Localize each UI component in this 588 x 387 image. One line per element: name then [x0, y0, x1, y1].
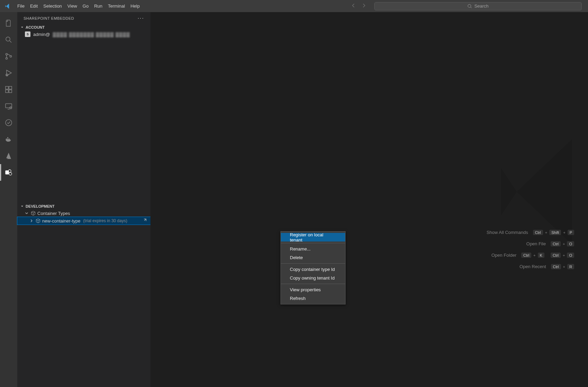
run-debug-icon[interactable] [0, 65, 17, 81]
svg-point-1 [6, 37, 10, 41]
sidebar-title: SHAREPOINT EMBEDDED [24, 16, 74, 20]
container-type-name: new-container-type [42, 218, 81, 224]
files-icon[interactable] [0, 15, 17, 31]
cube-icon [35, 218, 41, 224]
chevron-down-icon [20, 204, 24, 208]
chevron-down-icon [20, 25, 24, 29]
shortcut-row: Show All Commands Ctrl+ Shift+ P [487, 230, 574, 236]
nav-forward-icon[interactable] [361, 3, 367, 9]
shortcut-row: Open File Ctrl+ O [487, 241, 574, 247]
shortcut-label: Open Recent [520, 264, 546, 270]
chevron-right-icon [29, 218, 34, 223]
menu-terminal[interactable]: Terminal [105, 2, 128, 10]
sidebar-more-icon[interactable]: ··· [138, 15, 144, 21]
cm-copy-owning-tenant-id[interactable]: Copy owning tenant Id [281, 274, 345, 282]
chevron-down-icon [24, 211, 29, 216]
container-types-node[interactable]: Container Types [17, 209, 150, 217]
shortcut-row: Open Recent Ctrl+ R [487, 264, 574, 270]
container-type-note: (trial expires in 30 days) [83, 218, 127, 223]
sidebar: SHAREPOINT EMBEDDED ··· ACCOUNT S admin@… [17, 12, 150, 387]
menu-help[interactable]: Help [128, 2, 143, 10]
search-icon[interactable] [0, 31, 17, 48]
development-section-header[interactable]: DEVELOPMENT [17, 203, 150, 209]
menu-file[interactable]: File [15, 2, 27, 10]
context-menu: Register on local tenant Rename... Delet… [281, 231, 346, 304]
shortcut-label: Open Folder [491, 253, 516, 258]
editor-area: Show All Commands Ctrl+ Shift+ P Open Fi… [150, 12, 588, 387]
svg-rect-16 [7, 137, 8, 138]
activity-bar [0, 12, 17, 387]
key-chord: Ctrl+ R [551, 264, 575, 270]
sidebar-title-row: SHAREPOINT EMBEDDED ··· [17, 12, 150, 24]
extensions-icon[interactable] [0, 81, 17, 98]
key-chord: Ctrl+ Shift+ P [533, 230, 574, 235]
azure-icon[interactable] [0, 148, 17, 164]
menu-run[interactable]: Run [91, 2, 105, 10]
svg-point-4 [10, 56, 12, 57]
svg-point-3 [6, 58, 8, 59]
account-header-text: ACCOUNT [26, 25, 45, 29]
sharepoint-icon[interactable] [0, 164, 17, 181]
nav-back-icon[interactable] [351, 3, 356, 9]
remote-icon[interactable] [0, 98, 17, 114]
cm-delete[interactable]: Delete [281, 253, 345, 262]
nav-arrows [351, 3, 367, 9]
cm-register-local-tenant[interactable]: Register on local tenant [281, 233, 345, 242]
shortcut-label: Open File [526, 241, 546, 247]
svg-rect-9 [9, 86, 12, 89]
cm-copy-container-type-id[interactable]: Copy container type Id [281, 265, 345, 274]
key-chord: Ctrl+ O [551, 241, 574, 247]
svg-point-19 [9, 172, 12, 175]
svg-point-2 [6, 54, 8, 55]
command-center-search[interactable]: Search [374, 2, 582, 10]
svg-rect-13 [6, 139, 7, 140]
context-menu-separator [281, 263, 345, 264]
menubar: File Edit Selection View Go Run Terminal… [15, 2, 143, 10]
cube-icon [30, 210, 36, 216]
svg-point-12 [6, 120, 12, 126]
source-control-icon[interactable] [0, 48, 17, 65]
search-placeholder: Search [474, 3, 488, 9]
vscode-logo-icon [4, 3, 11, 10]
sharepoint-badge-icon: S [25, 31, 30, 37]
svg-point-0 [468, 4, 471, 7]
titlebar: File Edit Selection View Go Run Terminal… [0, 0, 588, 12]
shortcut-row: Open Folder Ctrl+ K Ctrl+ O [487, 253, 574, 258]
testing-icon[interactable] [0, 114, 17, 131]
account-entry[interactable]: S admin@ ▓▓▓▓ ▓▓▓▓▓▓▓ ▓▓▓▓▓ ▓▓▓▓ [17, 30, 150, 38]
development-header-text: DEVELOPMENT [26, 204, 55, 208]
welcome-shortcuts: Show All Commands Ctrl+ Shift+ P Open Fi… [487, 230, 574, 270]
svg-rect-10 [6, 104, 12, 108]
svg-rect-6 [6, 86, 8, 89]
svg-rect-7 [6, 90, 8, 93]
account-email-prefix: admin@ [33, 32, 50, 37]
context-menu-separator [281, 284, 345, 284]
menu-go[interactable]: Go [80, 2, 91, 10]
shortcut-label: Show All Commands [487, 230, 528, 236]
account-section-header[interactable]: ACCOUNT [17, 24, 150, 30]
key-chord: Ctrl+ K Ctrl+ O [521, 253, 574, 258]
context-menu-separator [281, 243, 345, 243]
cm-view-properties[interactable]: View properties [281, 285, 345, 294]
menu-edit[interactable]: Edit [27, 2, 40, 10]
menu-view[interactable]: View [65, 2, 80, 10]
menu-selection[interactable]: Selection [40, 2, 64, 10]
search-icon [467, 4, 472, 9]
cm-rename[interactable]: Rename... [281, 245, 345, 253]
cm-refresh[interactable]: Refresh [281, 294, 345, 303]
svg-rect-15 [9, 139, 10, 140]
svg-rect-14 [7, 139, 8, 140]
svg-rect-8 [9, 90, 12, 93]
docker-icon[interactable] [0, 131, 17, 148]
main: SHAREPOINT EMBEDDED ··· ACCOUNT S admin@… [0, 12, 588, 387]
container-types-label: Container Types [37, 211, 70, 216]
container-type-item[interactable]: new-container-type (trial expires in 30 … [17, 217, 150, 225]
goto-icon[interactable] [142, 218, 147, 224]
account-email-redacted: ▓▓▓▓ ▓▓▓▓▓▓▓ ▓▓▓▓▓ ▓▓▓▓ [53, 32, 130, 37]
